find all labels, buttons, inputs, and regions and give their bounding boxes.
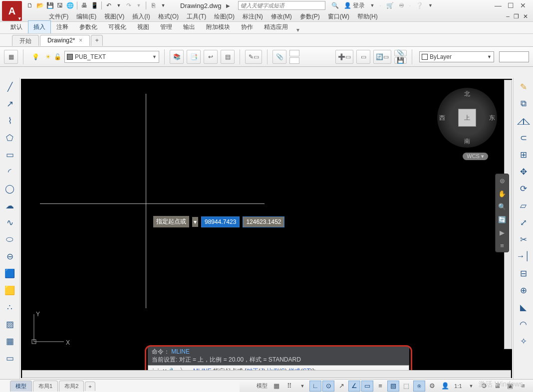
tab-view[interactable]: 视图 [132,20,155,33]
viewcube-north[interactable]: 北 [464,90,470,98]
tab-output[interactable]: 输出 [178,20,201,33]
tab-collab[interactable]: 协作 [236,20,259,33]
status-polar-button[interactable]: ⊙ [322,381,334,392]
copy-tool[interactable]: ⧉ [517,97,531,111]
point-tool[interactable]: ∴ [3,300,17,314]
layer-lock-icon[interactable]: 🔓 [54,53,61,60]
join-tool[interactable]: ⊕ [517,283,531,297]
ellipse-tool[interactable]: ⬭ [3,232,17,246]
nav-pan-icon[interactable]: ✋ [496,187,509,200]
dynamic-prompt-icon[interactable]: ▾ [192,217,198,227]
drawing-canvas[interactable]: 指定起点或 ▾ 98944.7423 124623.1452 北 南 西 东 上… [21,79,512,378]
minimize-button[interactable]: — [495,1,502,9]
clip-icon-2[interactable] [289,57,299,64]
offset-tool[interactable]: ⊂ [517,131,531,145]
undo-dd-icon[interactable]: ▼ [115,1,123,9]
layer-prev-button[interactable]: ↩ [204,50,218,64]
mirror-tool[interactable]: ◿◺ [517,114,531,128]
status-scale-label[interactable]: 1:1 [452,381,464,392]
save-block-icon[interactable]: 💾 [394,57,407,64]
linetype-combo[interactable] [499,51,529,62]
fillet-tool[interactable]: ◠ [517,317,531,331]
status-lwt-button[interactable]: ≡ [374,381,386,392]
menu-window[interactable]: 窗口(W) [328,12,349,21]
clip-icon-1[interactable] [289,50,299,56]
clip-attach-button[interactable]: 📎 [272,50,286,64]
hatch-tool[interactable]: ▨ [3,317,17,331]
nav-fullnav-icon[interactable]: ⊚ [496,174,509,187]
rotate-tool[interactable]: ⟳ [517,182,531,196]
chamfer-tool[interactable]: ◣ [517,300,531,314]
layer-match-button[interactable]: ▤ [221,50,235,64]
menu-param[interactable]: 参数(P) [300,12,320,21]
menu-insert[interactable]: 插入(I) [132,12,150,21]
save-icon[interactable]: 💾 [46,1,54,9]
saveas-icon[interactable]: 🖫 [56,1,64,9]
status-ws-button[interactable]: ⚙ [478,381,490,392]
make-block-tool[interactable]: 🟨 [3,283,17,297]
trim-tool[interactable]: ✂ [517,232,531,246]
arc-tool[interactable]: ◜ [3,165,17,179]
share-icon[interactable]: ⎘ [149,1,157,9]
layer-freeze-icon[interactable]: ☀ [45,53,51,60]
nav-orbit-icon[interactable]: 🔄 [496,213,509,226]
tab-default[interactable]: 默认 [5,20,28,33]
menu-view[interactable]: 视图(V) [104,12,124,21]
menu-format[interactable]: 格式(O) [158,12,179,21]
scale-tool[interactable]: ▱ [517,198,531,212]
stretch-tool[interactable]: ⤢ [517,215,531,229]
login-button[interactable]: 👤 登录 [344,1,365,10]
tab-featured[interactable]: 精选应用 [259,20,293,33]
app-logo[interactable]: A [2,1,22,21]
nav-showmotion-icon[interactable]: ▶ [496,226,509,239]
redo-icon[interactable]: ↷ [125,1,133,9]
doc-tab-start[interactable]: 开始 [12,35,39,46]
help-dd-icon[interactable]: ▼ [428,3,433,8]
layers-panel-button[interactable]: ▦ [4,50,18,64]
doc-tab-drawing[interactable]: Drawing2*× [40,35,90,46]
ellipse-arc-tool[interactable]: ⊖ [3,249,17,263]
app-exchange-icon[interactable]: ♾ [399,2,404,9]
search-go-icon[interactable]: 🔍 [331,2,339,9]
create-block-button[interactable]: ▭ [356,50,370,64]
line-tool[interactable]: ╱ [3,80,17,94]
xline-tool[interactable]: ↗ [3,97,17,111]
region-tool[interactable]: ▭ [3,351,17,365]
search-input[interactable] [238,1,325,10]
cart-icon[interactable]: 🛒 [386,2,394,9]
menu-modify[interactable]: 修改(M) [271,12,292,21]
status-annoscale-button[interactable]: ⍟ [413,381,425,392]
array-tool[interactable]: ⊞ [517,148,531,162]
rectangle-tool[interactable]: ▭ [3,148,17,162]
extend-tool[interactable]: →│ [517,249,531,263]
tab-parametric[interactable]: 参数化 [74,20,103,33]
status-model-button[interactable]: 模型 [255,381,269,392]
x-coord-input[interactable]: 98944.7423 [201,216,240,227]
color-combo[interactable]: ByLayer ▼ [419,51,494,62]
menu-dimension[interactable]: 标注(N) [243,12,263,21]
nav-zoom-icon[interactable]: 🔍 [496,200,509,213]
erase-tool[interactable]: ✎ [517,80,531,94]
menu-help[interactable]: 帮助(H) [357,12,378,21]
viewcube-top-face[interactable]: 上 [458,109,476,127]
doc-tab-close-icon[interactable]: × [79,37,82,44]
status-snap-dd[interactable]: ▼ [296,381,308,392]
view-cube[interactable]: 北 南 西 东 上 [437,88,497,148]
status-grid-button[interactable]: ▦ [270,381,282,392]
wcs-badge[interactable]: WCS ▾ [463,153,488,160]
layer-iso-button[interactable]: 📑 [187,50,201,64]
polygon-tool[interactable]: ⬠ [3,131,17,145]
layout-tab-1[interactable]: 布局1 [33,381,58,392]
block-edit-button[interactable]: ✎▭ [245,50,262,64]
qat-more-icon[interactable]: ▼ [159,1,167,9]
status-transparency-button[interactable]: ▧ [387,381,399,392]
web-open-icon[interactable]: 🌐 [66,1,74,9]
help-icon[interactable]: ❔ [416,2,423,9]
status-customize-button[interactable]: ≡ [517,381,529,392]
menu-draw[interactable]: 绘图(D) [214,12,235,21]
redo-dd-icon[interactable]: ▼ [135,1,143,9]
attach-icon[interactable]: 📎 [394,50,407,56]
polyline-tool[interactable]: ⌇ [3,114,17,128]
insert-block-button[interactable]: ➕▭ [335,50,353,64]
viewcube-east[interactable]: 东 [489,114,495,122]
